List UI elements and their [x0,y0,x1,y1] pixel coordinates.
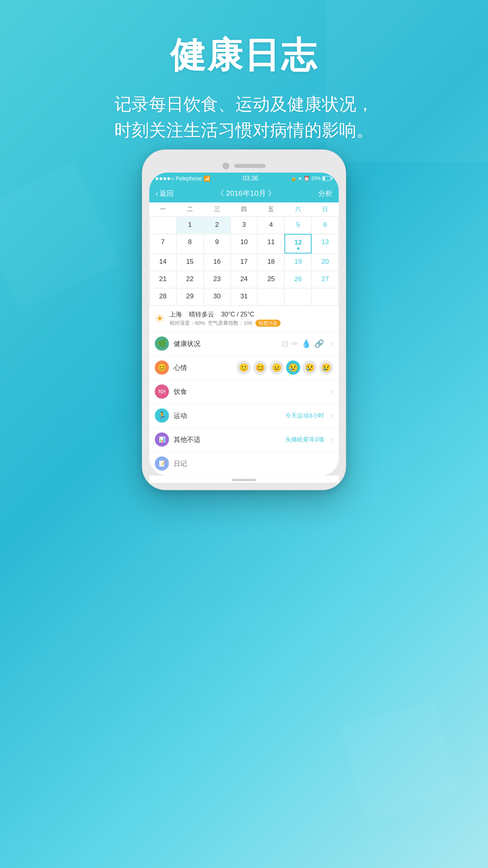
discomfort-label: 其他不适 [174,435,281,444]
back-button[interactable]: ‹ 返回 [156,189,174,198]
cal-day-25[interactable]: 25 [257,271,284,288]
cal-day-16[interactable]: 16 [204,254,231,271]
discomfort-arrow: › [331,436,333,443]
subtitle-line1: 记录每日饮食、运动及健康状况， [114,94,374,114]
mood-face-6[interactable]: 😢 [319,360,333,375]
cal-day-22[interactable]: 22 [176,271,204,288]
bg-decoration-3 [306,666,488,854]
alarm-icon: ⏰ [304,176,310,181]
weather-info: 上海 晴转多云 30°C / 25°C 相对湿度：60% 空气质量指数：106 … [169,311,333,327]
cal-day-18[interactable]: 18 [257,254,284,271]
diet-row[interactable]: 🍽 饮食 › [149,380,339,404]
weather-condition: 晴转多云 [189,311,214,318]
mood-face-5[interactable]: 😢 [303,360,317,375]
cal-day-15[interactable]: 15 [176,254,204,271]
weekday-thu: 四 [231,202,258,216]
weather-main: 上海 晴转多云 30°C / 25°C [169,311,333,319]
cal-day-1[interactable]: 1 [176,217,204,234]
cal-day-5[interactable]: 5 [284,217,312,234]
subtitle-line2: 时刻关注生活习惯对病情的影响。 [114,120,374,140]
health-status-icon: 🌿 [155,337,169,351]
cal-day-9[interactable]: 9 [204,234,231,254]
pencil-icon[interactable]: ✏ [292,339,298,348]
signal-dot-4 [167,177,170,180]
mood-row[interactable]: 😊 心情 🙂 😊 😐 😢 😢 😢 [149,356,339,380]
cal-day-30[interactable]: 30 [204,288,231,305]
phone-screen: Pelephone 📶 03:36 🔒 ➤ ⏰ 20% [149,173,339,476]
cal-day-17[interactable]: 17 [231,254,258,271]
mood-face-4[interactable]: 😢 [286,360,300,375]
phone-camera [222,162,229,169]
diet-icon: 🍽 [155,384,169,399]
cal-day-7[interactable]: 7 [149,234,176,254]
location-icon: ➤ [298,176,302,181]
phone-bottom-bezel [149,476,339,483]
weekday-tue: 二 [176,202,204,216]
status-time: 03:36 [242,175,258,182]
pollution-badge: 轻度污染 [255,320,281,327]
cal-day-11[interactable]: 11 [257,234,284,254]
cal-day-empty-1 [149,217,176,234]
page-title: 健康日志 [0,31,488,79]
cal-day-29[interactable]: 29 [176,288,204,305]
diary-label: 日记 [174,459,333,468]
cal-day-13[interactable]: 13 [312,234,339,254]
cal-day-3[interactable]: 3 [231,217,258,234]
cal-day-31[interactable]: 31 [231,288,258,305]
battery-indicator [322,176,332,181]
exercise-value: 今天运动3小时 [285,412,324,419]
cal-day-26[interactable]: 26 [284,271,312,288]
navigation-bar: ‹ 返回 《 2016年10月 》 分析 [149,184,339,202]
drop-icon[interactable]: 💧 [301,339,311,348]
cal-day-24[interactable]: 24 [231,271,258,288]
weather-city: 上海 [169,311,182,318]
weekday-fri: 五 [257,202,284,216]
signal-dot-3 [163,177,166,180]
status-left: Pelephone 📶 [156,175,210,182]
cal-day-21[interactable]: 21 [149,271,176,288]
phone-mockup: Pelephone 📶 03:36 🔒 ➤ ⏰ 20% [142,149,346,490]
mood-face-2[interactable]: 😊 [253,360,267,375]
weather-row: ☀ 上海 晴转多云 30°C / 25°C 相对湿度：60% 空气质量指数：10… [149,306,339,332]
weather-sub: 相对湿度：60% 空气质量指数：106 轻度污染 [169,320,333,327]
info-section: ☀ 上海 晴转多云 30°C / 25°C 相对湿度：60% 空气质量指数：10… [149,305,339,476]
mood-face-3[interactable]: 😐 [270,360,284,375]
scale-icon[interactable]: ⊡ [282,339,288,348]
weather-icon: ☀ [155,312,165,325]
cal-day-2[interactable]: 2 [204,217,231,234]
cal-day-20[interactable]: 20 [312,254,339,271]
cal-day-6[interactable]: 6 [312,217,339,234]
carrier-name: Pelephone [176,175,202,182]
battery-pct: 20% [311,176,321,181]
battery-fill [323,177,325,180]
mood-label: 心情 [174,363,232,372]
diary-row[interactable]: 📝 日记 [149,452,339,476]
lock-icon: 🔒 [291,176,297,181]
cal-day-8[interactable]: 8 [176,234,204,254]
battery-body [322,176,331,181]
nav-title: 《 2016年10月 》 [216,188,275,199]
discomfort-row[interactable]: 📊 其他不适 头痛眩晕等3项 › [149,428,339,452]
cal-day-23[interactable]: 23 [204,271,231,288]
home-indicator [232,479,256,481]
analyze-button[interactable]: 分析 [318,189,332,198]
exercise-row[interactable]: 🏃 运动 今天运动3小时 › [149,404,339,428]
cal-day-14[interactable]: 14 [149,254,176,271]
health-status-arrow: › [331,340,333,347]
cal-day-10[interactable]: 10 [231,234,258,254]
health-status-row[interactable]: 🌿 健康状况 ⊡ ✏ 💧 🔗 › [149,332,339,356]
cal-day-19[interactable]: 19 [284,254,312,271]
weekday-wed: 三 [204,202,231,216]
cal-day-12[interactable]: 12 [284,234,312,254]
health-status-action-icons: ⊡ ✏ 💧 🔗 [282,339,324,348]
cal-day-28[interactable]: 28 [149,288,176,305]
link-icon[interactable]: 🔗 [314,339,324,348]
cal-day-4[interactable]: 4 [257,217,284,234]
mood-face-1[interactable]: 🙂 [237,360,251,375]
discomfort-value: 头痛眩晕等3项 [285,436,324,443]
mood-icon: 😊 [155,360,169,375]
diet-arrow: › [331,388,333,395]
diary-icon: 📝 [155,456,169,471]
signal-dot-5 [171,177,174,180]
cal-day-27[interactable]: 27 [312,271,339,288]
